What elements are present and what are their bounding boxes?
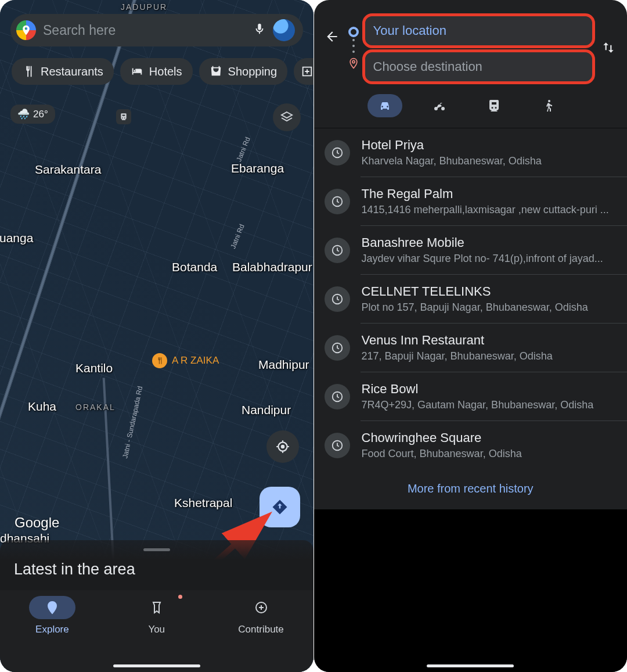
svg-point-5 xyxy=(352,39,355,41)
history-title: Rice Bowl xyxy=(362,382,615,397)
history-item[interactable]: Hotel Priya Kharvela Nagar, Bhubaneswar,… xyxy=(314,128,628,177)
sheet-handle[interactable] xyxy=(143,548,170,551)
history-title: Venus Inn Restaurant xyxy=(362,333,615,348)
history-title: The Regal Palm xyxy=(362,186,615,202)
bottom-nav: Explore You Contribute xyxy=(0,590,314,672)
directions-screen: Your location Choose destination Hotel xyxy=(314,0,628,672)
chip-more[interactable]: H xyxy=(294,58,313,85)
history-item[interactable]: Banashree Mobile Jaydev vihar Squre Plot… xyxy=(314,226,628,274)
weather-pill[interactable]: 🌧️ 26° xyxy=(10,105,55,124)
route-endpoints-icons xyxy=(348,27,359,72)
google-maps-pin-icon xyxy=(16,20,36,40)
svg-point-8 xyxy=(352,60,354,63)
history-subtitle: 7R4Q+29J, Gautam Nagar, Bhubaneswar, Odi… xyxy=(362,399,615,411)
history-subtitle: 1415,1416 meherpalli,laxmisagar ,new cut… xyxy=(362,204,615,216)
profile-avatar[interactable] xyxy=(273,19,295,41)
clock-icon xyxy=(325,238,350,263)
nav-you[interactable]: You xyxy=(105,596,209,672)
travel-modes xyxy=(314,81,628,128)
map-place-label: Ebaranga xyxy=(231,161,284,175)
map-place-label: Kuha xyxy=(28,400,56,414)
history-title: Hotel Priya xyxy=(362,138,615,153)
home-indicator xyxy=(113,664,200,667)
map-place-label: Botanda xyxy=(172,260,217,274)
chip-shopping[interactable]: Shopping xyxy=(199,58,288,85)
mode-driving[interactable] xyxy=(367,94,402,117)
clock-icon xyxy=(325,189,350,214)
history-item[interactable]: Chowringhee Square Food Court, Bhubanesw… xyxy=(314,421,628,469)
nav-label: Contribute xyxy=(238,624,283,635)
chip-label: Hotels xyxy=(149,65,182,78)
history-item[interactable]: Rice Bowl 7R4Q+29J, Gautam Nagar, Bhuban… xyxy=(314,372,628,421)
dots-vertical-icon xyxy=(352,37,355,57)
chip-label: Shopping xyxy=(228,65,278,78)
chip-hotels[interactable]: Hotels xyxy=(120,58,193,85)
category-chips: Restaurants Hotels Shopping H xyxy=(12,58,314,85)
directions-button[interactable] xyxy=(260,487,300,527)
start-location-value: Your location xyxy=(373,23,446,38)
back-button[interactable] xyxy=(322,27,342,46)
chip-label: Restaurants xyxy=(41,65,103,78)
svg-point-7 xyxy=(352,51,355,53)
clock-icon xyxy=(325,140,350,166)
history-title: Banashree Mobile xyxy=(362,235,615,250)
google-logo: Google xyxy=(15,515,59,531)
start-point-icon xyxy=(348,27,359,37)
sheet-title: Latest in the area xyxy=(14,560,300,578)
notification-dot-icon xyxy=(178,595,182,599)
svg-point-6 xyxy=(352,45,355,47)
map-place-label: Madhipur xyxy=(258,358,309,372)
transit-station-icon[interactable] xyxy=(116,109,131,124)
nav-explore[interactable]: Explore xyxy=(0,596,105,672)
map-area-label: JADUPUR xyxy=(121,2,167,12)
nav-label: You xyxy=(148,624,165,635)
history-subtitle: 217, Bapuji Nagar, Bhubaneswar, Odisha xyxy=(362,350,615,362)
clock-icon xyxy=(325,286,350,312)
svg-point-10 xyxy=(441,107,445,110)
history-item[interactable]: The Regal Palm 1415,1416 meherpalli,laxm… xyxy=(314,177,628,225)
mode-transit[interactable] xyxy=(477,94,511,117)
layers-button[interactable] xyxy=(273,103,301,131)
history-title: Chowringhee Square xyxy=(362,430,615,445)
history-subtitle: Jaydev vihar Squre Plot no- 741(p),infro… xyxy=(362,253,615,265)
swap-button[interactable] xyxy=(598,37,619,58)
destination-pin-icon xyxy=(348,57,359,72)
bottom-sheet[interactable]: Latest in the area xyxy=(0,540,314,590)
destination-field[interactable]: Choose destination xyxy=(365,52,593,81)
history-item[interactable]: CELLNET TELELINKS Plot no 157, Bapuji Na… xyxy=(314,275,628,323)
history-subtitle: Plot no 157, Bapuji Nagar, Bhubaneswar, … xyxy=(362,301,615,314)
home-indicator xyxy=(427,664,514,667)
more-history-link[interactable]: More from recent history xyxy=(314,469,628,512)
mic-icon[interactable] xyxy=(253,21,266,39)
clock-icon xyxy=(325,335,350,361)
history-title: CELLNET TELELINKS xyxy=(362,284,615,299)
map-place-label: Sarakantara xyxy=(35,163,101,177)
recent-history-list: Hotel Priya Kharvela Nagar, Bhubaneswar,… xyxy=(314,128,628,469)
bottom-black-area xyxy=(314,509,628,672)
search-placeholder: Search here xyxy=(43,23,246,38)
history-item[interactable]: Venus Inn Restaurant 217, Bapuji Nagar, … xyxy=(314,324,628,372)
mode-walking[interactable] xyxy=(531,94,566,117)
map-place-label: Nandipur xyxy=(242,403,291,417)
search-bar[interactable]: Search here xyxy=(10,14,303,46)
svg-point-11 xyxy=(548,100,550,102)
map-place-label: Balabhadrapur xyxy=(232,260,312,274)
chip-restaurants[interactable]: Restaurants xyxy=(12,58,114,85)
map-place-label: Kantilo xyxy=(75,361,113,375)
history-subtitle: Food Court, Bhubaneswar, Odisha xyxy=(362,448,615,460)
svg-point-1 xyxy=(281,445,283,448)
my-location-button[interactable] xyxy=(266,430,299,463)
start-location-field[interactable]: Your location xyxy=(365,16,593,45)
destination-placeholder: Choose destination xyxy=(373,59,482,74)
map-place-label: uanga xyxy=(0,231,33,245)
nav-contribute[interactable]: Contribute xyxy=(209,596,314,672)
mode-two-wheeler[interactable] xyxy=(422,94,457,117)
restaurant-icon xyxy=(152,353,167,368)
clock-icon xyxy=(325,384,350,409)
map-area-label: ORAKAL xyxy=(75,403,116,412)
poi-label: A R ZAIKA xyxy=(172,355,219,366)
weather-cloud-icon: 🌧️ xyxy=(17,108,30,120)
maps-main-screen: JADUPUR Sarakantara Ebaranga uanga Botan… xyxy=(0,0,314,672)
poi-marker[interactable]: A R ZAIKA xyxy=(152,353,219,368)
weather-temperature: 26° xyxy=(33,109,48,120)
